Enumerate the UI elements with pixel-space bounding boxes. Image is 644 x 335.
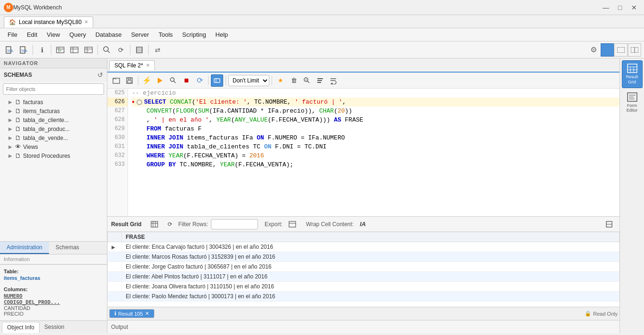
menu-tools[interactable]: Tools bbox=[154, 29, 177, 40]
table-row[interactable]: El cliente: Marcos Rosas facturó | 31528… bbox=[108, 252, 620, 262]
result-grid-icon-btn[interactable] bbox=[147, 220, 161, 229]
code-fn3: FLOOR bbox=[176, 106, 194, 115]
tree-item-stored-proc[interactable]: ▶ 🗋 Stored Procedures bbox=[0, 151, 107, 160]
sql-magnify-btn[interactable]: + bbox=[301, 74, 313, 87]
object-info-tab[interactable]: Object Info bbox=[2, 322, 40, 333]
result-grid-label: Result Grid bbox=[111, 221, 142, 228]
tree-item-tabla-vendedores[interactable]: ▶ 🗋 tabla_de_vende... bbox=[0, 133, 107, 142]
toolbar-new-sql-btn[interactable]: SQL bbox=[3, 43, 16, 57]
menu-file[interactable]: File bbox=[3, 29, 22, 40]
code-kw6: INNER JOIN bbox=[146, 142, 187, 151]
filter-input[interactable] bbox=[3, 83, 104, 95]
result-tab-close-icon[interactable]: ✕ bbox=[145, 310, 149, 317]
table-value: items_facturas bbox=[4, 275, 103, 281]
result-tab-active[interactable]: ℹ Result 105 ✕ bbox=[109, 309, 154, 318]
svg-marker-30 bbox=[158, 78, 162, 83]
tree-item-items-facturas[interactable]: ▶ 🗋 items_facturas bbox=[0, 106, 107, 115]
navigator-header: NAVIGATOR bbox=[0, 58, 107, 68]
sql-execute-btn[interactable]: ⚡ bbox=[141, 74, 153, 87]
sql-toggle-btn[interactable] bbox=[211, 74, 223, 87]
menu-database[interactable]: Database bbox=[91, 29, 127, 40]
line-num-626: 626 bbox=[107, 98, 128, 106]
toolbar-reconnect-btn[interactable]: ⟳ bbox=[114, 43, 128, 57]
toolbar-migration-btn[interactable]: ⇄ bbox=[151, 43, 164, 57]
close-button[interactable]: ✕ bbox=[628, 1, 640, 14]
output-bar: Output bbox=[107, 320, 620, 333]
tab-schemas[interactable]: Schemas bbox=[49, 242, 86, 254]
maximize-button[interactable]: □ bbox=[614, 1, 626, 14]
svg-text:+: + bbox=[305, 78, 307, 82]
toolbar-add-table-btn[interactable]: + bbox=[54, 43, 67, 57]
table-row[interactable]: ▶El cliente: Erica Carvajo facturó | 300… bbox=[108, 242, 620, 252]
code-lines[interactable]: -- ejercicio ● SELECT CONCAT ( 'El clien… bbox=[128, 89, 620, 216]
sql-reconnect-btn[interactable]: ⟳ bbox=[193, 74, 206, 87]
svg-text:-: - bbox=[88, 48, 89, 53]
menu-scripting[interactable]: Scripting bbox=[177, 29, 211, 40]
toolbar-info-btn[interactable]: ℹ bbox=[35, 43, 48, 57]
layout-left-btn[interactable] bbox=[614, 43, 628, 57]
filter-rows-input[interactable] bbox=[211, 219, 258, 229]
export-label: Export: bbox=[265, 221, 282, 228]
code-line-625: -- ejercicio bbox=[132, 89, 620, 98]
results-panel-toggle-btn[interactable] bbox=[603, 220, 616, 229]
sql-bookmark-btn[interactable]: ★ bbox=[274, 74, 287, 87]
menu-server[interactable]: Server bbox=[126, 29, 153, 40]
code-indent2: , bbox=[132, 115, 154, 124]
tree-item-tabla-clientes[interactable]: ▶ 🗋 tabla_de_cliente... bbox=[0, 115, 107, 124]
result-grid-sidebar-btn[interactable]: ResultGrid bbox=[622, 60, 643, 88]
menu-query[interactable]: Query bbox=[64, 29, 90, 40]
menu-view[interactable]: View bbox=[42, 29, 64, 40]
sql-open-btn[interactable] bbox=[110, 74, 122, 87]
limit-select[interactable]: Don't Limit bbox=[228, 75, 269, 86]
sql-save-btn[interactable] bbox=[123, 74, 136, 87]
sql-clear-btn[interactable]: 🗑 bbox=[288, 74, 300, 87]
sql-prettify-btn[interactable] bbox=[314, 74, 326, 87]
svg-rect-22 bbox=[607, 47, 611, 53]
code-paren: ( bbox=[192, 98, 195, 106]
toolbar-search-btn[interactable] bbox=[100, 43, 113, 57]
tree-item-tabla-productos[interactable]: ▶ 🗋 tabla_de_produc... bbox=[0, 124, 107, 133]
minimize-button[interactable]: — bbox=[600, 1, 612, 14]
sql-file-tab-close-icon[interactable]: ✕ bbox=[146, 63, 150, 68]
line-num-633: 633 bbox=[107, 160, 128, 169]
export-btn[interactable] bbox=[285, 220, 299, 229]
table-row[interactable]: El cliente: Abel Pintos facturó | 311101… bbox=[108, 272, 620, 282]
sql-file-tab[interactable]: SQL File 2* ✕ bbox=[109, 60, 155, 70]
menu-edit[interactable]: Edit bbox=[22, 29, 42, 40]
table-row[interactable]: El cliente: Paolo Mendez facturó | 30001… bbox=[108, 292, 620, 302]
sql-wrap-btn[interactable] bbox=[327, 74, 339, 87]
code-fn2: CONVERT bbox=[146, 106, 172, 115]
tree-item-views[interactable]: ▶ 👁 Views bbox=[0, 142, 107, 151]
instance-tab[interactable]: 🏠 Local instance MySQL80 ✕ bbox=[4, 16, 93, 28]
svg-rect-40 bbox=[317, 82, 321, 83]
wrap-cell-btn[interactable]: IA bbox=[356, 219, 369, 229]
tab-administration[interactable]: Administration bbox=[0, 242, 49, 254]
row-arrow-cell bbox=[108, 262, 122, 272]
sql-search-btn[interactable] bbox=[167, 74, 179, 87]
tree-item-facturas[interactable]: ▶ 🗋 facturas bbox=[0, 98, 107, 106]
toolbar-remove-table-btn[interactable]: - bbox=[82, 43, 95, 57]
table-row[interactable]: El cliente: Joana Olivera facturó | 3110… bbox=[108, 282, 620, 292]
sql-execute-current-btn[interactable] bbox=[154, 74, 166, 87]
toolbar-edit-table-btn[interactable] bbox=[68, 43, 81, 57]
gear-icon-btn[interactable]: ⚙ bbox=[587, 43, 600, 57]
instance-tab-close[interactable]: ✕ bbox=[84, 19, 88, 25]
results-refresh-btn[interactable]: ⟳ bbox=[164, 220, 176, 229]
session-tab[interactable]: Session bbox=[40, 322, 69, 333]
toolbar-schema-btn[interactable] bbox=[133, 43, 146, 57]
layout-right-btn[interactable] bbox=[628, 43, 641, 57]
code-str2: ' facturó | ' bbox=[295, 98, 342, 106]
svg-line-32 bbox=[174, 81, 176, 83]
toolbar-open-sql-btn[interactable]: SQL↑ bbox=[17, 43, 30, 57]
code-fn: CONCAT bbox=[170, 98, 192, 106]
title-bar: M MySQL Workbench — □ ✕ bbox=[0, 0, 644, 15]
table-row[interactable]: El cliente: Jorge Castro facturó | 30656… bbox=[108, 262, 620, 272]
refresh-schemas-btn[interactable]: ↺ bbox=[97, 71, 103, 79]
code-comma3: , bbox=[209, 115, 217, 124]
layout-split-btn[interactable] bbox=[601, 43, 614, 57]
code-table1: facturas F bbox=[165, 124, 201, 133]
form-editor-sidebar-btn[interactable]: FormEditor bbox=[622, 89, 643, 117]
table-icon: 🗋 bbox=[15, 125, 21, 132]
sql-stop-btn[interactable]: ⏹ bbox=[180, 74, 193, 87]
menu-help[interactable]: Help bbox=[211, 29, 233, 40]
